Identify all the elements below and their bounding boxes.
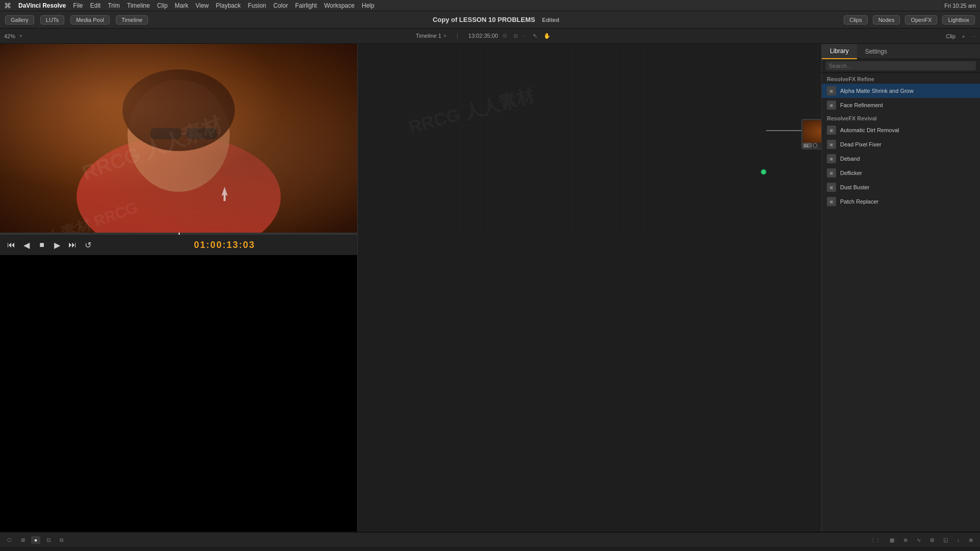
view-mode-btn[interactable]: ⋮⋮	[867, 536, 884, 544]
alpha-matte-icon: ▣	[827, 86, 836, 95]
face-refinement-label: Face Refinement	[840, 102, 883, 108]
nodes-button[interactable]: Nodes	[873, 15, 900, 24]
curve-mode-btn[interactable]: ⎔	[4, 536, 15, 544]
lightbox-button[interactable]: Lightbox	[942, 15, 975, 24]
menu-workspace[interactable]: Workspace	[324, 2, 355, 9]
clips-button[interactable]: Clips	[844, 15, 867, 24]
clip-strip: 01 01:01:36:10 V1 Apple ProRes 422 LT 02…	[0, 548, 980, 551]
download-btn[interactable]: ↓	[954, 536, 963, 544]
menu-trim[interactable]: Trim	[108, 2, 120, 9]
openfx-panel: Library Settings ResolveFX Refine ▣ Alph…	[822, 44, 980, 532]
svg-rect-4	[151, 128, 181, 139]
more-btn[interactable]: ◱	[940, 536, 951, 544]
timeline-name: Timeline 1	[415, 33, 441, 39]
dust-buster-item[interactable]: ▣ Dust Buster	[822, 180, 980, 194]
refine-section-header: ResolveFX Refine	[822, 73, 980, 84]
stop-button[interactable]: ■	[36, 240, 48, 249]
fx-mode-btn[interactable]: ⧉	[57, 536, 66, 544]
openfx-button[interactable]: OpenFX	[905, 15, 937, 24]
svg-rect-5	[186, 128, 217, 139]
viewer-timecode: 13:02:35;00	[469, 33, 498, 39]
auto-dirt-icon: ▣	[827, 126, 836, 135]
dead-pixel-label: Dead Pixel Fixer	[840, 141, 881, 147]
play-button[interactable]: ▶	[51, 240, 63, 250]
menu-file[interactable]: File	[73, 2, 83, 9]
menu-playback[interactable]: Playback	[216, 2, 241, 9]
settings-mode-btn[interactable]: ⊛	[900, 536, 911, 544]
openfx-search	[822, 59, 980, 73]
preview-panel: RRCG 人人素材 人人素材 RRCG ⏮ ◀ ■ ▶ ⏭ ↺ 01:00:13…	[0, 44, 357, 532]
luts-button[interactable]: LUTs	[40, 15, 64, 24]
node-canvas[interactable]: RRCG 人人素材 01	[358, 44, 821, 233]
menu-view[interactable]: View	[195, 2, 209, 9]
expand-btn[interactable]: ⊕	[966, 536, 976, 544]
menu-fusion[interactable]: Fusion	[248, 2, 266, 9]
toolbar-right: Clips Nodes OpenFX Lightbox	[844, 15, 975, 24]
patch-replacer-item[interactable]: ▣ Patch Replacer	[822, 194, 980, 209]
main-area: RRCG 人人素材 人人素材 RRCG ⏮ ◀ ■ ▶ ⏭ ↺ 01:00:13…	[0, 44, 980, 532]
step-back-button[interactable]: ◀	[20, 240, 33, 250]
svg-rect-9	[358, 44, 821, 233]
preview-image: RRCG 人人素材 人人素材 RRCG	[0, 44, 357, 233]
media-pool-button[interactable]: Media Pool	[70, 15, 110, 24]
svg-point-3	[122, 69, 235, 151]
svg-text:RRCG 人人素材: RRCG 人人素材	[79, 113, 226, 184]
bar-chart-btn[interactable]: ▦	[887, 536, 897, 544]
go-to-start-button[interactable]: ⏮	[5, 240, 17, 249]
menu-fairlight[interactable]: Fairlight	[295, 2, 317, 9]
go-to-end-button[interactable]: ⏭	[66, 240, 79, 249]
zoom-label: 42%	[4, 33, 15, 39]
patch-replacer-icon: ▣	[827, 197, 836, 206]
extra-btn[interactable]: ⊞	[927, 536, 937, 544]
deflicker-item[interactable]: ▣ Deflicker	[822, 166, 980, 180]
toolbar: Gallery LUTs Media Pool Timeline Copy of…	[0, 11, 980, 29]
alpha-matte-item[interactable]: ▣ Alpha Matte Shrink and Grow	[822, 84, 980, 98]
deflicker-label: Deflicker	[840, 170, 862, 176]
deflicker-icon: ▣	[827, 168, 836, 178]
menu-mark[interactable]: Mark	[175, 2, 188, 9]
dead-pixel-icon: ▣	[827, 140, 836, 149]
library-tab[interactable]: Library	[822, 44, 857, 59]
node-mode-btn[interactable]: ⊞	[18, 536, 28, 544]
menu-clip[interactable]: Clip	[157, 2, 168, 9]
menu-timeline[interactable]: Timeline	[127, 2, 150, 9]
search-input[interactable]	[826, 61, 976, 70]
alpha-matte-label: Alpha Matte Shrink and Grow	[840, 88, 914, 94]
gallery-button[interactable]: Gallery	[5, 15, 34, 24]
patch-replacer-label: Patch Replacer	[840, 198, 878, 205]
face-refinement-item[interactable]: ▣ Face Refinement	[822, 98, 980, 112]
timeline-button[interactable]: Timeline	[116, 15, 148, 24]
loop-button[interactable]: ↺	[82, 240, 94, 250]
dust-buster-icon: ▣	[827, 183, 836, 192]
deband-item[interactable]: ▣ Deband	[822, 152, 980, 166]
project-title: Copy of LESSON 10 PROBLEMS	[433, 16, 535, 23]
dead-pixel-item[interactable]: ▣ Dead Pixel Fixer	[822, 137, 980, 152]
system-time: Fri 10:25 am	[944, 3, 976, 9]
svg-text:人人素材 RRCG: 人人素材 RRCG	[30, 198, 140, 233]
edited-badge: Edited	[542, 17, 559, 23]
menu-edit[interactable]: Edit	[90, 2, 101, 9]
deband-label: Deband	[840, 156, 860, 162]
viewer-toolbar: 42% ▾ Timeline 1 ▾ | 13:02:35;00 ⚙ ⊞ ···…	[0, 29, 980, 44]
settings-tab[interactable]: Settings	[857, 44, 895, 59]
wave-btn[interactable]: ∿	[914, 536, 924, 544]
flag-mode-btn[interactable]: ⊡	[43, 536, 54, 544]
scope-mode-btn[interactable]: ●	[31, 536, 40, 544]
menu-help[interactable]: Help	[362, 2, 375, 9]
preview-scrubber[interactable]	[0, 233, 357, 235]
transport-bar: ⏮ ◀ ■ ▶ ⏭ ↺ 01:00:13:03	[0, 235, 357, 255]
face-refinement-icon: ▣	[827, 101, 836, 110]
svg-point-11	[761, 169, 766, 174]
preview-video: RRCG 人人素材 人人素材 RRCG	[0, 44, 357, 233]
svg-rect-15	[803, 120, 821, 143]
svg-rect-0	[0, 44, 357, 233]
revival-section-header: ResolveFX Revival	[822, 112, 980, 123]
svg-point-1	[77, 136, 281, 233]
apple-logo: ⌘	[4, 2, 11, 10]
scrubber-position	[179, 233, 180, 235]
deband-icon: ▣	[827, 154, 836, 163]
menu-bar-right: Fri 10:25 am	[944, 3, 976, 9]
svg-point-2	[128, 80, 230, 192]
auto-dirt-item[interactable]: ▣ Automatic Dirt Removal	[822, 123, 980, 137]
menu-color[interactable]: Color	[274, 2, 288, 9]
